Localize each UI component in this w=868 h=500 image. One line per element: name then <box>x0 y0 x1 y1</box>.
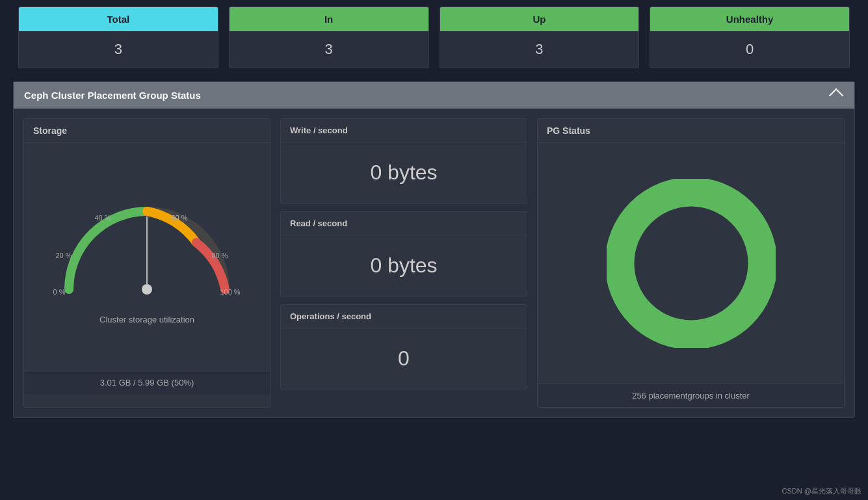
stat-card-header-3: Unhealthy <box>650 7 849 31</box>
metric-card-0: Write / second 0 bytes <box>280 118 527 204</box>
stat-card-up: Up 3 <box>440 7 640 68</box>
svg-point-7 <box>142 284 152 295</box>
metric-card-1: Read / second 0 bytes <box>280 211 527 296</box>
panel-header: Ceph Cluster Placement Group Status <box>14 82 854 109</box>
stat-card-value-2: 3 <box>440 31 639 68</box>
metric-title-2: Operations / second <box>281 305 527 328</box>
storage-card: Storage 0 % 20 % 40 <box>23 118 270 408</box>
svg-text:100 %: 100 % <box>220 288 240 296</box>
svg-text:20 %: 20 % <box>55 252 72 259</box>
storage-card-body: 0 % 20 % 40 % 60 % 80 % 100 % <box>24 143 270 371</box>
pg-donut-svg <box>607 179 776 348</box>
stat-card-unhealthy: Unhealthy 0 <box>650 7 850 68</box>
svg-text:60 %: 60 % <box>171 214 187 222</box>
panel-title: Ceph Cluster Placement Group Status <box>24 90 201 101</box>
storage-card-footer: 3.01 GB / 5.99 GB (50%) <box>24 371 270 394</box>
stat-card-header-1: In <box>230 7 428 31</box>
pg-card-footer: 256 placementgroups in cluster <box>538 384 844 407</box>
metrics-column: Write / second 0 bytes Read / second 0 b… <box>280 118 527 408</box>
metric-value-0: 0 bytes <box>281 142 527 203</box>
gauge-svg: 0 % 20 % 40 % 60 % 80 % 100 % <box>49 182 244 312</box>
pg-card-title: PG Status <box>538 119 844 143</box>
metric-value-1: 0 bytes <box>281 235 527 296</box>
gauge-label: Cluster storage utilization <box>99 315 194 324</box>
pg-donut-container <box>538 143 844 384</box>
stat-card-value-0: 3 <box>19 31 218 68</box>
pg-status-card: PG Status 256 placementgroups in cluster <box>537 118 845 408</box>
stat-card-in: In 3 <box>229 7 429 68</box>
svg-text:0 %: 0 % <box>53 288 66 296</box>
svg-text:40 %: 40 % <box>94 214 111 222</box>
stat-cards-row: Total 3 In 3 Up 3 Unhealthy 0 <box>0 0 868 75</box>
metric-value-2: 0 <box>281 328 527 389</box>
stat-card-header-0: Total <box>19 7 218 31</box>
pg-status-panel: Ceph Cluster Placement Group Status Stor… <box>13 81 855 418</box>
storage-card-title: Storage <box>24 119 270 143</box>
gauge-container: 0 % 20 % 40 % 60 % 80 % 100 % <box>49 182 244 332</box>
stat-card-total: Total 3 <box>18 7 218 68</box>
svg-text:80 %: 80 % <box>211 252 228 259</box>
stat-card-header-2: Up <box>440 7 639 31</box>
metric-title-1: Read / second <box>281 212 527 235</box>
stat-card-value-3: 0 <box>650 31 849 68</box>
stat-card-value-1: 3 <box>230 31 428 68</box>
watermark: CSDN @星光落入哥哥眼 <box>782 486 861 496</box>
svg-point-9 <box>646 218 737 309</box>
chevron-up-icon[interactable] <box>829 88 844 103</box>
metric-card-2: Operations / second 0 <box>280 304 527 389</box>
panel-body: Storage 0 % 20 % 40 <box>14 109 854 417</box>
metric-title-0: Write / second <box>281 119 527 142</box>
